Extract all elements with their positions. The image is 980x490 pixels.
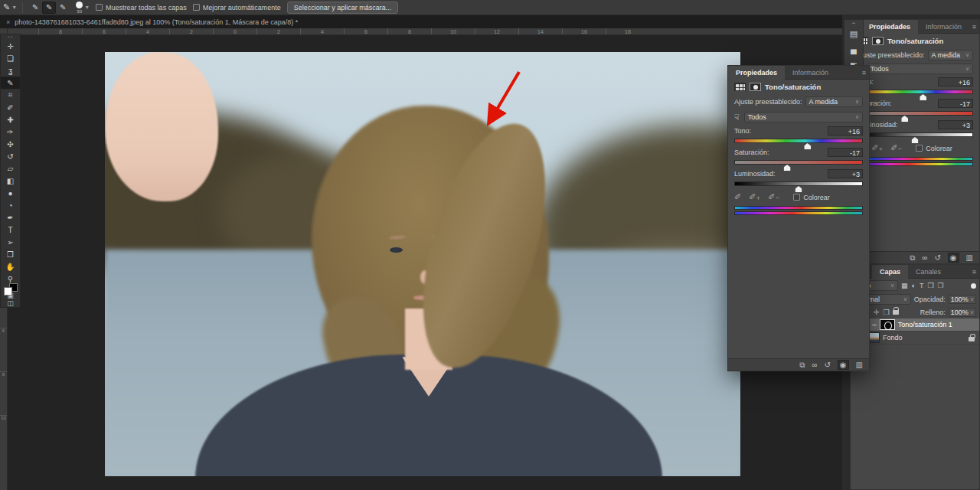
hue-slider[interactable]: Tono:+16 — [728, 125, 869, 146]
sample-all-layers-checkbox[interactable]: Muestrear todas las capas — [93, 0, 190, 15]
delete-icon[interactable]: ▥ — [966, 253, 973, 262]
tab-canales[interactable]: Canales — [908, 265, 949, 279]
type-tool[interactable]: T — [1, 224, 20, 236]
pen-tool[interactable]: ✒ — [1, 211, 20, 224]
eyedropper-subtract-icon[interactable]: ✐₋ — [768, 192, 779, 202]
previous-state-icon[interactable]: ∞ — [812, 361, 817, 369]
shape-tool[interactable]: ❒ — [1, 248, 20, 260]
crop-tool[interactable]: ⌗ — [1, 89, 20, 101]
histogram-panel-icon[interactable]: ▄ — [844, 41, 863, 57]
layer-mask-icon[interactable] — [750, 83, 761, 91]
eyedropper-add-icon[interactable]: ✐₊ — [871, 143, 883, 153]
panel-menu-icon[interactable]: ≡ — [972, 268, 976, 276]
gradient-tool[interactable]: ◧ — [1, 175, 20, 187]
marquee-tool[interactable]: ❏ — [1, 52, 20, 64]
saturation-slider[interactable]: Saturación:-17 — [851, 97, 979, 119]
slider-thumb[interactable] — [784, 165, 791, 171]
tool-preset-picker[interactable]: ✎ ▼ — [0, 0, 20, 15]
tab-propiedades[interactable]: Propiedades — [728, 66, 785, 80]
dodge-tool[interactable]: ◔ — [1, 199, 20, 211]
tab-capas[interactable]: Capas — [872, 265, 908, 279]
lock-all-icon[interactable] — [893, 310, 899, 315]
filter-toggle-icon[interactable] — [971, 283, 976, 289]
filter-type-layers-icon[interactable]: T — [920, 282, 924, 289]
eyedropper-icon[interactable]: ✐ — [734, 192, 741, 202]
dock-grip[interactable]: •• — [852, 20, 855, 26]
history-brush-tool[interactable]: ↺ — [1, 150, 20, 162]
reset-icon[interactable]: ↺ — [824, 361, 830, 369]
clip-to-layer-icon[interactable]: ⧉ — [910, 253, 915, 263]
mask-link-icon[interactable]: ∞ — [872, 322, 877, 328]
luminosity-slider[interactable]: Luminosidad:+3 — [728, 168, 869, 189]
panel-menu-icon[interactable]: ≡ — [862, 69, 866, 77]
tab-propiedades[interactable]: Propiedades — [861, 20, 918, 34]
eyedropper-tool[interactable]: ✐ — [1, 101, 20, 113]
tab-informacion[interactable]: Información — [785, 66, 836, 80]
screen-mode-button[interactable]: ◫ — [1, 299, 20, 307]
slider-thumb[interactable] — [901, 116, 908, 122]
eraser-tool[interactable]: ▱ — [1, 162, 20, 175]
brush-tool[interactable]: ✑ — [1, 126, 20, 138]
previous-state-icon[interactable]: ∞ — [922, 253, 927, 262]
visibility-icon[interactable]: ◉ — [838, 360, 849, 370]
slider-thumb[interactable] — [920, 94, 926, 100]
layer-tono-saturacion[interactable]: ◉ ◐ ∞ Tono/saturación 1 — [851, 318, 979, 332]
saturation-slider[interactable]: Saturación:-17 — [728, 146, 869, 168]
clip-to-layer-icon[interactable]: ⧉ — [799, 361, 805, 370]
clone-stamp-tool[interactable]: ✣ — [1, 138, 20, 150]
new-selection-brush-icon[interactable]: ✎ — [28, 2, 42, 14]
opacity-value[interactable]: 100%∨ — [949, 295, 976, 304]
colorize-checkbox[interactable]: Colorear — [916, 145, 952, 152]
slider-thumb[interactable] — [912, 137, 919, 143]
select-and-mask-button[interactable]: Seleccionar y aplicar máscara... — [287, 2, 399, 14]
move-tool[interactable]: ✛ — [1, 40, 20, 52]
eyedropper-subtract-icon[interactable]: ✐₋ — [890, 143, 902, 153]
filter-smart-objects-icon[interactable]: ❐ — [938, 282, 944, 289]
filter-shape-layers-icon[interactable]: ❒ — [927, 282, 933, 289]
brush-size-picker[interactable]: 30 ▼ — [73, 0, 93, 15]
eyedropper-add-icon[interactable]: ✐₊ — [749, 192, 760, 202]
visibility-icon[interactable]: ◉ — [948, 253, 959, 263]
delete-icon[interactable]: ▥ — [856, 361, 863, 369]
filter-adjustment-layers-icon[interactable]: ◐ — [912, 282, 916, 289]
layer-mask-thumbnail[interactable] — [880, 319, 895, 330]
lock-position-icon[interactable]: ✛ — [874, 309, 880, 316]
document-tab-title[interactable]: photo-1438761681033-6461ffad8d80.jpeg al… — [15, 18, 298, 26]
close-tab-icon[interactable]: × — [6, 18, 10, 26]
document-canvas[interactable] — [105, 52, 740, 476]
targeted-adjustment-icon[interactable]: ☟ — [734, 113, 740, 122]
quick-selection-tool[interactable]: ✎ — [1, 77, 20, 89]
subtract-from-selection-brush-icon[interactable]: ✎ — [56, 2, 70, 14]
slider-thumb[interactable] — [804, 143, 811, 149]
slider-thumb[interactable] — [795, 186, 802, 192]
preset-dropdown[interactable]: A medida∨ — [928, 50, 973, 60]
auto-enhance-checkbox[interactable]: Mejorar automáticamente — [190, 0, 284, 15]
luminosity-slider[interactable]: Luminosidad:+3 — [851, 119, 979, 140]
layer-fondo[interactable]: ◉ ◐ ∞ Fondo — [851, 332, 979, 345]
filter-pixel-layers-icon[interactable]: ▦ — [901, 282, 908, 289]
foreground-color-swatch[interactable] — [4, 287, 12, 296]
fill-value[interactable]: 100%∨ — [949, 308, 976, 317]
foreground-background-swatches[interactable] — [4, 287, 18, 292]
reset-icon[interactable]: ↺ — [934, 253, 940, 262]
layer-name[interactable]: Fondo — [883, 334, 903, 341]
layer-name[interactable]: Tono/saturación 1 — [898, 321, 952, 328]
preset-dropdown[interactable]: A medida∨ — [805, 96, 863, 107]
blur-tool[interactable]: ● — [1, 187, 20, 199]
panel-menu-icon[interactable]: ≡ — [972, 23, 976, 31]
lasso-tool[interactable]: ʓ — [1, 64, 20, 77]
healing-brush-tool[interactable]: ✚ — [1, 113, 20, 126]
floating-properties-panel[interactable]: Propiedades Información ≡ Tono/saturació… — [727, 65, 870, 371]
lock-artboard-icon[interactable]: ❒ — [884, 309, 890, 316]
layer-mask-icon[interactable] — [872, 37, 884, 45]
hand-tool[interactable]: ✋ — [1, 260, 20, 273]
color-panel-icon[interactable]: ▤ — [844, 26, 863, 41]
channel-dropdown[interactable]: Todos∨ — [867, 64, 973, 74]
path-selection-tool[interactable]: ➢ — [1, 236, 20, 248]
tab-informacion[interactable]: Información — [918, 20, 969, 34]
channel-dropdown[interactable]: Todos∨ — [744, 112, 863, 122]
palette-grip[interactable]: • • — [8, 34, 13, 40]
colorize-checkbox[interactable]: Colorear — [793, 194, 830, 201]
add-to-selection-brush-icon[interactable]: ✎ — [42, 2, 56, 14]
hue-slider[interactable]: Tono:+16 — [851, 76, 979, 97]
